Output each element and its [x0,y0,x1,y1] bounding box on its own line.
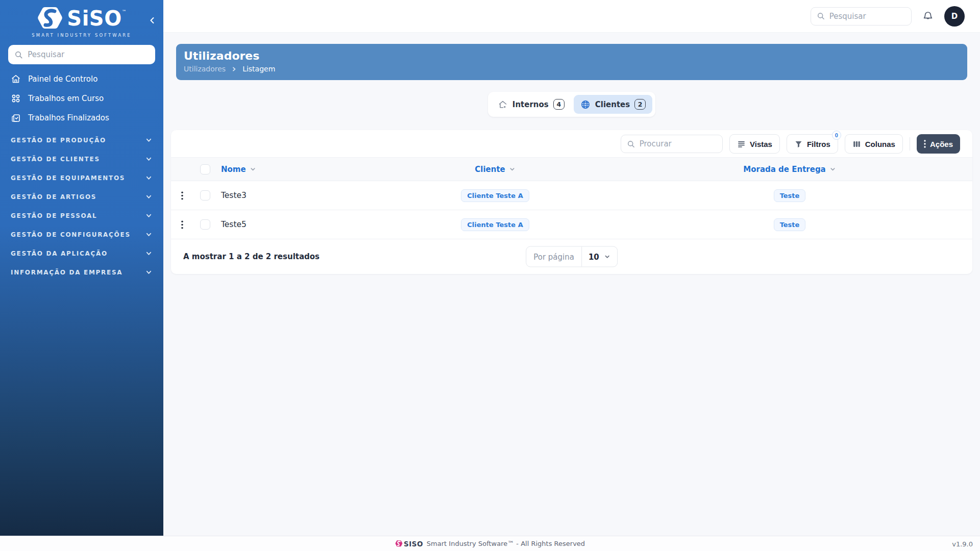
section-label: GESTÃO DE PRODUÇÃO [11,137,106,144]
sidebar: SiSO™ SMART INDUSTRY SOFTWARE Painel de … [0,0,163,536]
breadcrumb: Utilizadores Listagem [184,65,967,73]
column-header-cliente: Cliente [475,165,505,174]
kebab-icon [181,220,183,229]
sidebar-sections: GESTÃO DE PRODUÇÃO GESTÃO DE CLIENTES GE… [0,131,163,282]
sidebar-section-informacao-da-empresa[interactable]: INFORMAÇÃO DA EMPRESA [0,263,163,282]
cliente-badge: Cliente Teste A [461,218,529,231]
tab-count-badge: 4 [553,99,565,110]
topbar-search-input[interactable] [829,12,905,21]
home-user-icon [498,99,508,110]
logo-tagline: SMART INDUSTRY SOFTWARE [32,33,132,38]
cell-nome: Teste5 [221,220,247,229]
results-summary: A mostrar 1 a 2 de 2 resultados [183,252,320,261]
column-header-morada: Morada de Entrega [743,165,826,174]
table-search[interactable] [621,135,723,153]
sidebar-search[interactable] [8,45,155,64]
sort-chevron-icon[interactable] [509,166,516,172]
app-version: v1.9.0 [952,536,973,551]
section-label: GESTÃO DE PESSOAL [11,212,97,219]
sidebar-item-label: Trabalhos Finalizados [28,113,109,122]
logo-title: SiSO [67,7,121,30]
table-row: Teste3 Cliente Teste A Teste [171,181,972,210]
footer-brand-text: SISO [404,540,423,548]
row-actions-button[interactable] [179,218,185,231]
filters-label: Filtros [807,140,830,148]
sidebar-item-trabalhos-finalizados[interactable]: Trabalhos Finalizados [0,108,163,128]
header-morada-cell[interactable]: Morada de Entrega [623,165,957,174]
actions-button[interactable]: Ações [917,134,960,154]
section-label: GESTÃO DE CONFIGURAÇÕES [11,231,131,238]
tab-internos[interactable]: Internos 4 [491,95,571,114]
select-all-checkbox[interactable] [200,164,210,174]
filters-button[interactable]: Filtros 0 [787,134,838,154]
toolbar-divider [910,137,910,151]
table-row: Teste5 Cliente Teste A Teste [171,210,972,239]
list-icon [737,140,746,148]
home-icon [11,74,21,84]
tab-group: Internos 4 Clientes 2 [488,92,655,117]
column-header-nome: Nome [221,165,246,174]
chevron-down-icon [145,269,152,276]
sidebar-item-painel-de-controlo[interactable]: Painel de Controlo [0,69,163,89]
row-checkbox[interactable] [200,219,210,230]
sidebar-section-gestao-da-aplicacao[interactable]: GESTÃO DA APLICAÇÃO [0,244,163,263]
cell-nome: Teste3 [221,191,247,200]
sort-chevron-icon[interactable] [829,166,836,172]
sidebar-section-gestao-de-clientes[interactable]: GESTÃO DE CLIENTES [0,149,163,168]
footer-logo: SISO [395,540,423,548]
header-nome-cell[interactable]: Nome [217,165,368,174]
topbar: D [163,0,980,33]
sidebar-section-gestao-de-artigos[interactable]: GESTÃO DE ARTIGOS [0,187,163,206]
sort-chevron-icon[interactable] [250,166,256,172]
bell-icon [922,11,934,22]
siso-logo-icon [395,540,403,547]
chevron-left-icon [148,16,156,24]
search-icon [627,140,635,148]
sidebar-item-trabalhos-em-curso[interactable]: Trabalhos em Curso [0,89,163,108]
users-table-card: Vistas Filtros 0 Colunas Ações [171,130,972,274]
views-button[interactable]: Vistas [729,134,780,154]
page-title: Utilizadores [184,49,967,62]
grid-icon [11,93,21,104]
footer: SISO Smart Industry Software™ - All Righ… [0,536,980,551]
page-header-banner: Utilizadores Utilizadores Listagem [176,44,967,80]
filters-count-badge: 0 [832,131,841,140]
sidebar-item-label: Painel de Controlo [28,74,97,84]
chevron-right-icon [231,66,237,72]
sidebar-item-label: Trabalhos em Curso [28,94,104,103]
breadcrumb-root[interactable]: Utilizadores [184,65,226,73]
tabs-row: Internos 4 Clientes 2 [163,92,980,117]
tab-clientes[interactable]: Clientes 2 [574,95,652,114]
per-page-control: Por página 10 [526,246,618,267]
sidebar-search-input[interactable] [28,50,149,59]
header-cliente-cell[interactable]: Cliente [368,165,623,174]
sidebar-section-gestao-de-equipamentos[interactable]: GESTÃO DE EQUIPAMENTOS [0,168,163,187]
search-icon [15,51,22,59]
chevron-down-icon [145,250,152,257]
tab-label: Clientes [595,100,630,109]
avatar-initial: D [951,12,958,21]
columns-button[interactable]: Colunas [845,134,903,154]
sidebar-section-gestao-de-producao[interactable]: GESTÃO DE PRODUÇÃO [0,131,163,149]
funnel-icon [794,140,803,148]
sidebar-section-gestao-de-pessoal[interactable]: GESTÃO DE PESSOAL [0,206,163,225]
topbar-search[interactable] [811,7,912,26]
table-toolbar: Vistas Filtros 0 Colunas Ações [171,130,972,157]
table-search-input[interactable] [640,139,716,148]
section-label: GESTÃO DE EQUIPAMENTOS [11,174,125,182]
cliente-badge: Cliente Teste A [461,189,529,202]
sidebar-menu: Painel de Controlo Trabalhos em Curso Tr… [0,69,163,128]
per-page-value: 10 [589,252,599,261]
kebab-icon [181,191,183,200]
sidebar-collapse-button[interactable] [145,13,159,28]
chevron-down-icon [145,193,152,200]
avatar[interactable]: D [944,6,965,27]
sidebar-section-gestao-de-configuracoes[interactable]: GESTÃO DE CONFIGURAÇÕES [0,225,163,244]
tab-label: Internos [512,100,549,109]
per-page-select[interactable]: 10 [582,247,617,267]
row-checkbox[interactable] [200,190,210,201]
chevron-down-icon [145,174,152,181]
row-actions-button[interactable] [179,189,185,202]
chevron-down-icon [145,156,152,162]
notifications-button[interactable] [922,11,934,22]
